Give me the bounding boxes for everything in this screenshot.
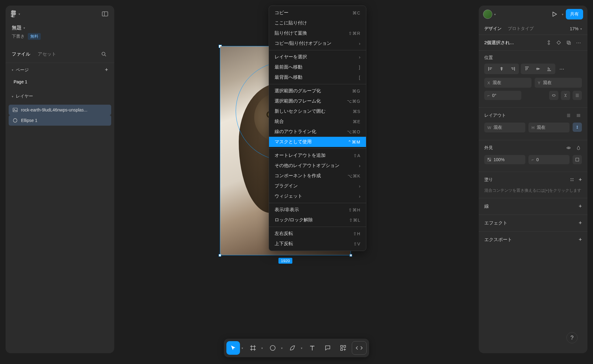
context-menu-item[interactable]: 新しいセクションで囲む⌘S [269, 106, 366, 116]
y-input[interactable]: Y混在 [535, 78, 582, 88]
add-export-button[interactable]: + [578, 236, 582, 243]
context-menu-item[interactable]: ロック/ロック解除⇧⌘L [269, 215, 366, 225]
svg-rect-17 [568, 42, 570, 44]
add-fill-button[interactable]: + [578, 177, 582, 183]
align-left[interactable] [485, 64, 496, 73]
context-menu-item[interactable]: 最背面へ移動[ [269, 72, 366, 82]
context-menu-item[interactable]: プラグイン› [269, 181, 366, 191]
toolbar: ▾ ▾ ▾ ▾ [224, 339, 369, 357]
tab-prototype[interactable]: プロトタイプ [508, 26, 534, 31]
figma-menu[interactable]: ▾ [11, 10, 20, 18]
share-button[interactable]: 共有 [566, 9, 583, 19]
copy-icon[interactable] [565, 39, 572, 46]
layer-item-ellipse[interactable]: Ellipse 1 [9, 115, 111, 126]
add-effect-button[interactable]: + [578, 220, 582, 226]
tab-asset[interactable]: アセット [38, 51, 56, 57]
align-top[interactable] [521, 64, 532, 73]
comment-tool[interactable] [321, 341, 334, 355]
fill-hint: 混合コンテンツを置き換えるには[+]をクリックします [484, 187, 582, 194]
present-dropdown[interactable]: ▾ [562, 13, 563, 16]
autolayout-v-icon[interactable] [565, 112, 572, 119]
rotation-input[interactable]: ⌐0° [484, 91, 521, 100]
user-menu[interactable]: ▾ [483, 10, 496, 19]
right-tabs: デザイン プロトタイプ 17% ▾ [479, 23, 587, 35]
context-menu-item[interactable]: 上下反転⇧V [269, 239, 366, 249]
add-stroke-button[interactable]: + [578, 203, 582, 210]
flip-h-button[interactable] [549, 91, 558, 100]
blend-icon[interactable] [575, 144, 582, 151]
left-panel: ▾ 無題 ▾ 下書き 無料 ファイル アセット ▾ ページ + Page 1 ▾ [6, 6, 114, 353]
pages-section-header[interactable]: ▾ ページ + [6, 63, 114, 77]
panel-toggle-button[interactable] [101, 10, 109, 18]
actions-tool[interactable] [336, 341, 350, 355]
context-menu-item[interactable]: 表示/非表示⇧⌘H [269, 205, 366, 215]
visibility-icon[interactable] [565, 144, 572, 151]
effect-section[interactable]: エフェクト + [479, 215, 587, 232]
context-menu-label: 選択範囲のフレーム化 [275, 98, 321, 104]
context-menu-item[interactable]: コンポーネントを作成⌥⌘K [269, 171, 366, 181]
dev-mode-toggle[interactable] [352, 341, 367, 355]
component-icon[interactable] [545, 39, 552, 46]
frame-tool-dropdown[interactable]: ▾ [260, 346, 264, 350]
context-menu-item[interactable]: オートレイアウトを追加⇧A [269, 150, 366, 161]
align-bottom[interactable] [544, 64, 555, 73]
context-menu-item[interactable]: コピー/貼り付けオプション› [269, 38, 366, 48]
align-h-center[interactable] [496, 64, 507, 73]
x-input[interactable]: X混在 [484, 78, 532, 88]
page-item[interactable]: Page 1 [6, 77, 114, 87]
context-menu-item[interactable]: 選択範囲のフレーム化⌥⌘G [269, 96, 366, 106]
style-icon[interactable] [569, 176, 575, 183]
present-button[interactable] [549, 9, 559, 19]
instance-icon[interactable] [555, 39, 562, 46]
svg-rect-3 [11, 13, 14, 15]
layers-section-header[interactable]: ▾ レイヤー [6, 90, 114, 103]
move-tool[interactable] [226, 341, 240, 355]
context-menu-item[interactable]: その他のレイアウトオプション› [269, 161, 366, 171]
add-page-button[interactable]: + [105, 67, 108, 73]
search-button[interactable] [99, 50, 108, 58]
help-button[interactable]: ? [566, 332, 578, 343]
shape-tool-dropdown[interactable]: ▾ [280, 346, 284, 350]
stroke-section[interactable]: 線 + [479, 198, 587, 215]
context-menu-item[interactable]: 選択範囲のグループ化⌘G [269, 86, 366, 96]
flip-v-button[interactable] [561, 91, 570, 100]
context-menu-item[interactable]: 最前面へ移動] [269, 62, 366, 72]
link-dimensions-button[interactable] [573, 123, 582, 132]
context-menu-item[interactable]: 貼り付けて置換⇧⌘R [269, 28, 366, 38]
context-menu-shortcut: ⇧A [353, 153, 360, 158]
width-input[interactable]: W混在 [484, 123, 525, 132]
file-title-area: 無題 ▾ 下書き 無料 [6, 22, 114, 41]
zoom-control[interactable]: 17% ▾ [570, 26, 582, 31]
tab-design[interactable]: デザイン [484, 26, 502, 31]
autolayout-h-icon[interactable] [575, 112, 582, 119]
context-menu-item[interactable]: 統合⌘E [269, 116, 366, 127]
file-title[interactable]: 無題 ▾ [12, 25, 108, 31]
context-menu-item[interactable]: コピー⌘C [269, 8, 366, 18]
tidy-button[interactable] [573, 91, 582, 100]
height-input[interactable]: H混在 [528, 123, 570, 132]
context-menu-item[interactable]: ウィジェット› [269, 191, 366, 201]
more-icon[interactable]: ⋯ [575, 39, 582, 46]
context-menu-item[interactable]: 左右反転⇧H [269, 228, 366, 239]
align-right[interactable] [507, 64, 518, 73]
pen-tool-dropdown[interactable]: ▾ [299, 346, 304, 350]
export-section[interactable]: エクスポート + [479, 232, 587, 248]
layer-item-image[interactable]: rock-earth-9ludL46nwps-unsplas... [9, 105, 111, 115]
layer-name: rock-earth-9ludL46nwps-unsplas... [21, 107, 87, 112]
move-tool-dropdown[interactable]: ▾ [240, 346, 244, 350]
align-more[interactable]: ⋯ [557, 64, 566, 74]
radius-input[interactable]: ⌐0 [528, 155, 570, 164]
canvas[interactable]: 1920 コピー⌘Cここに貼り付け貼り付けて置換⇧⌘Rコピー/貼り付けオプション… [120, 6, 473, 358]
tab-file[interactable]: ファイル [12, 51, 30, 57]
context-menu-item[interactable]: 線のアウトライン化⌥⌘O [269, 127, 366, 137]
align-v-center[interactable] [532, 64, 544, 73]
context-menu-item[interactable]: マスクとして使用⌃⌘M [269, 137, 366, 147]
opacity-input[interactable]: 100% [484, 155, 525, 164]
context-menu-item[interactable]: ここに貼り付け [269, 18, 366, 28]
text-tool[interactable] [305, 341, 319, 355]
radius-detail-button[interactable] [573, 155, 582, 164]
shape-tool[interactable] [266, 341, 280, 355]
context-menu-item[interactable]: レイヤーを選択› [269, 52, 366, 62]
frame-tool[interactable] [246, 341, 260, 355]
pen-tool[interactable] [286, 341, 299, 355]
